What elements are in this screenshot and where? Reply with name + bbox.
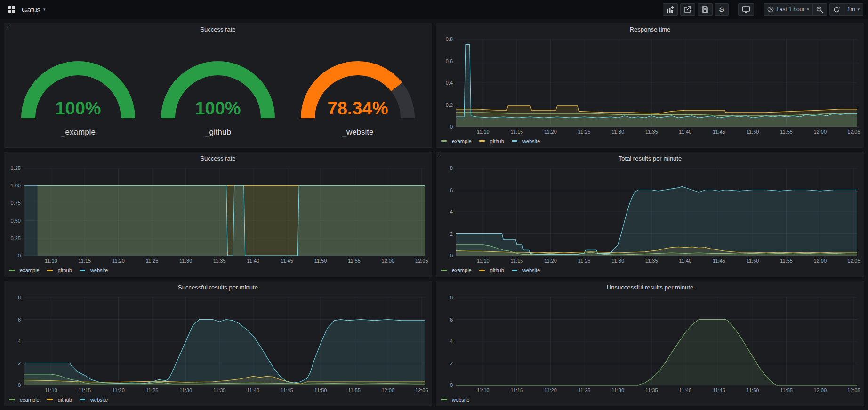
dashboard-settings-button[interactable]: ⚙ xyxy=(715,3,729,16)
dashboards-grid-icon[interactable] xyxy=(5,3,18,16)
gauge-_github: 100%_github xyxy=(152,46,284,137)
y-tick-label: 6 xyxy=(18,316,21,322)
x-tick-label: 11:55 xyxy=(348,258,361,264)
panel-title[interactable]: Response time xyxy=(630,26,671,33)
legend-item-_website[interactable]: _website xyxy=(512,138,540,144)
series-area-_website xyxy=(24,186,425,256)
x-tick-label: 11:40 xyxy=(679,387,691,393)
x-tick-label: 11:30 xyxy=(611,129,624,135)
panel-info-icon[interactable]: i xyxy=(439,153,441,158)
legend-item-_website[interactable]: _website xyxy=(441,397,469,402)
panel-title[interactable]: Unsuccessful results per minute xyxy=(607,284,693,291)
panel-success-rate-gauges: i Success rate 100%_example100%_github78… xyxy=(4,23,432,148)
x-tick-label: 11:25 xyxy=(146,258,159,264)
legend-mark xyxy=(441,140,447,142)
x-tick-label: 11:35 xyxy=(645,387,658,393)
series-area-_website xyxy=(456,187,857,256)
chart-canvas: 11:1011:1511:2011:2511:3011:3511:4011:45… xyxy=(436,164,864,266)
panel-title[interactable]: Successful results per minute xyxy=(178,284,258,291)
x-tick-label: 11:40 xyxy=(679,258,691,264)
tv-mode-button[interactable] xyxy=(738,3,754,16)
x-tick-label: 11:35 xyxy=(213,387,226,393)
dashboard-title[interactable]: Gatus ▾ xyxy=(22,6,46,14)
gauge-_example: 100%_example xyxy=(12,46,144,137)
save-icon xyxy=(701,6,709,13)
legend-mark xyxy=(441,399,447,400)
refresh-interval-picker[interactable]: 1m ▾ xyxy=(844,3,863,16)
share-button[interactable] xyxy=(680,3,695,16)
legend-label: _github xyxy=(55,267,72,273)
gauge-canvas: 100% xyxy=(12,46,144,127)
legend-label: _website xyxy=(449,397,469,402)
legend-item-_github[interactable]: _github xyxy=(47,397,72,402)
legend-mark xyxy=(47,399,53,400)
panel-title[interactable]: Success rate xyxy=(200,26,235,33)
refresh-icon xyxy=(833,6,840,13)
x-tick-label: 12:00 xyxy=(813,387,827,393)
navbar: Gatus ▾ ⚙ xyxy=(0,0,868,19)
legend-item-_github[interactable]: _github xyxy=(479,267,504,273)
x-tick-label: 12:00 xyxy=(813,258,827,264)
add-panel-button[interactable] xyxy=(663,3,678,16)
x-tick-label: 11:10 xyxy=(477,129,490,135)
legend-mark xyxy=(479,270,485,271)
x-tick-label: 11:50 xyxy=(314,387,327,393)
panel-header: Success rate xyxy=(4,152,432,164)
zoom-out-icon xyxy=(816,6,823,13)
panel-success-rate-series: i Success rate 11:1011:1511:2011:2511:30… xyxy=(4,152,432,277)
legend-item-_github[interactable]: _github xyxy=(47,267,72,273)
legend-item-_website[interactable]: _website xyxy=(80,267,108,273)
x-tick-label: 11:25 xyxy=(578,129,591,135)
y-tick-label: 8 xyxy=(450,295,453,300)
legend-label: _website xyxy=(88,397,108,402)
time-range-picker[interactable]: Last 1 hour ▾ xyxy=(764,3,813,16)
y-tick-label: 0.25 xyxy=(11,235,21,241)
x-tick-label: 11:45 xyxy=(281,258,293,264)
legend-item-_example[interactable]: _example xyxy=(9,267,40,273)
x-tick-label: 11:35 xyxy=(645,129,658,135)
chart-area[interactable]: 11:1011:1511:2011:2511:3011:3511:4011:45… xyxy=(4,294,432,395)
panel-title[interactable]: Success rate xyxy=(200,155,235,162)
legend-item-_example[interactable]: _example xyxy=(441,267,472,273)
x-tick-label: 11:50 xyxy=(747,258,759,264)
panel-title[interactable]: Total results per minute xyxy=(619,155,682,162)
chart-area[interactable]: 11:1011:1511:2011:2511:3011:3511:4011:45… xyxy=(436,294,864,395)
y-tick-label: 8 xyxy=(18,295,21,300)
x-tick-label: 11:40 xyxy=(247,258,259,264)
legend-item-_example[interactable]: _example xyxy=(9,397,40,402)
chart-area[interactable]: 11:1011:1511:2011:2511:3011:3511:4011:45… xyxy=(4,164,432,266)
time-controls: Last 1 hour ▾ xyxy=(764,3,827,16)
x-tick-label: 11:55 xyxy=(780,387,793,393)
chevron-down-icon: ▾ xyxy=(857,8,860,12)
x-tick-label: 11:10 xyxy=(477,258,490,264)
legend-mark xyxy=(80,399,85,400)
legend-label: _example xyxy=(449,138,472,144)
legend-mark xyxy=(479,140,485,142)
grid-icon xyxy=(7,5,16,14)
legend-mark xyxy=(9,399,15,400)
legend-item-_github[interactable]: _github xyxy=(479,138,504,144)
x-tick-label: 11:15 xyxy=(511,258,523,264)
zoom-out-button[interactable] xyxy=(813,3,827,16)
x-tick-label: 11:30 xyxy=(179,387,192,393)
y-tick-label: 0 xyxy=(450,124,453,129)
chart-area[interactable]: 11:1011:1511:2011:2511:3011:3511:4011:45… xyxy=(436,164,864,266)
save-button[interactable] xyxy=(698,3,713,16)
y-tick-label: 0.75 xyxy=(11,201,21,206)
refresh-button[interactable] xyxy=(829,3,844,16)
legend-item-_website[interactable]: _website xyxy=(80,397,108,402)
gauge-label: _website xyxy=(342,128,373,137)
legend-label: _website xyxy=(520,138,540,144)
legend-item-_website[interactable]: _website xyxy=(512,267,540,273)
chart-area[interactable]: 11:1011:1511:2011:2511:3011:3511:4011:45… xyxy=(436,35,864,137)
panel-info-icon[interactable]: i xyxy=(7,24,8,29)
panel-header: Response time xyxy=(436,23,864,35)
x-tick-label: 11:50 xyxy=(747,387,759,393)
x-tick-label: 11:20 xyxy=(112,387,125,393)
gauge-_website: 78.34%_website xyxy=(292,46,424,137)
navbar-left: Gatus ▾ xyxy=(5,3,46,16)
legend-item-_example[interactable]: _example xyxy=(441,138,472,144)
chart-canvas: 11:1011:1511:2011:2511:3011:3511:4011:45… xyxy=(4,164,432,266)
x-tick-label: 11:20 xyxy=(544,387,557,393)
x-tick-label: 11:25 xyxy=(578,258,591,264)
